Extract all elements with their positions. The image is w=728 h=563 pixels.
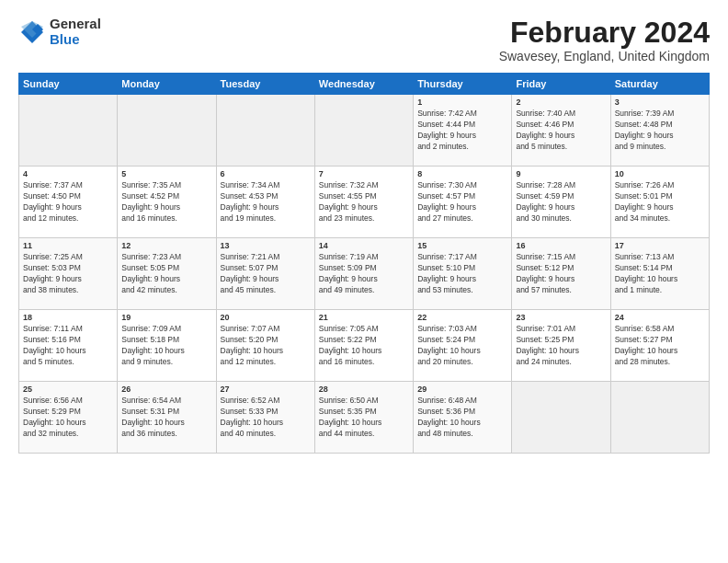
day-info: Sunrise: 7:26 AM Sunset: 5:01 PM Dayligh… [615,180,705,224]
day-info: Sunrise: 7:23 AM Sunset: 5:05 PM Dayligh… [121,252,211,296]
day-cell [216,95,314,167]
day-info: Sunrise: 7:17 AM Sunset: 5:10 PM Dayligh… [417,252,507,296]
day-cell: 26Sunrise: 6:54 AM Sunset: 5:31 PM Dayli… [118,382,216,454]
day-number: 19 [121,313,211,322]
day-number: 22 [417,313,507,322]
day-info: Sunrise: 6:48 AM Sunset: 5:36 PM Dayligh… [417,396,507,440]
title-block: February 2024 Swavesey, England, United … [499,17,710,63]
day-cell: 20Sunrise: 7:07 AM Sunset: 5:20 PM Dayli… [216,310,314,382]
day-number: 13 [221,241,311,250]
day-cell: 7Sunrise: 7:32 AM Sunset: 4:55 PM Daylig… [314,167,413,238]
day-cell: 9Sunrise: 7:28 AM Sunset: 4:59 PM Daylig… [512,167,610,238]
day-number: 1 [417,98,507,107]
day-info: Sunrise: 6:54 AM Sunset: 5:31 PM Dayligh… [121,396,211,440]
day-info: Sunrise: 7:40 AM Sunset: 4:46 PM Dayligh… [516,109,606,153]
day-cell: 4Sunrise: 7:37 AM Sunset: 4:50 PM Daylig… [19,167,118,238]
header-day-monday: Monday [118,74,216,95]
week-row-5: 25Sunrise: 6:56 AM Sunset: 5:29 PM Dayli… [19,382,710,454]
day-info: Sunrise: 7:11 AM Sunset: 5:16 PM Dayligh… [23,324,113,368]
day-number: 10 [615,169,705,178]
day-cell [118,95,216,167]
day-info: Sunrise: 7:15 AM Sunset: 5:12 PM Dayligh… [516,252,606,296]
day-info: Sunrise: 7:42 AM Sunset: 4:44 PM Dayligh… [417,109,507,153]
day-number: 14 [319,241,409,250]
logo: General Blue [18,17,101,47]
day-cell: 29Sunrise: 6:48 AM Sunset: 5:36 PM Dayli… [414,382,512,454]
day-info: Sunrise: 7:05 AM Sunset: 5:22 PM Dayligh… [319,324,409,368]
day-cell [610,382,709,454]
day-number: 29 [417,385,507,394]
day-cell: 24Sunrise: 6:58 AM Sunset: 5:27 PM Dayli… [610,310,709,382]
day-number: 2 [516,98,606,107]
day-cell: 11Sunrise: 7:25 AM Sunset: 5:03 PM Dayli… [19,238,118,310]
day-number: 18 [23,313,113,322]
day-number: 5 [121,169,211,178]
day-info: Sunrise: 6:50 AM Sunset: 5:35 PM Dayligh… [319,396,409,440]
day-number: 23 [516,313,606,322]
day-number: 26 [121,385,211,394]
day-info: Sunrise: 7:28 AM Sunset: 4:59 PM Dayligh… [516,180,606,224]
day-info: Sunrise: 7:13 AM Sunset: 5:14 PM Dayligh… [615,252,705,296]
header-row: SundayMondayTuesdayWednesdayThursdayFrid… [19,74,710,95]
day-number: 6 [221,169,311,178]
header-day-sunday: Sunday [19,74,118,95]
day-cell [19,95,118,167]
day-number: 24 [615,313,705,322]
day-number: 8 [417,169,507,178]
day-number: 17 [615,241,705,250]
day-cell [314,95,413,167]
day-info: Sunrise: 7:21 AM Sunset: 5:07 PM Dayligh… [221,252,311,296]
day-number: 12 [121,241,211,250]
week-row-1: 1Sunrise: 7:42 AM Sunset: 4:44 PM Daylig… [19,95,710,167]
day-cell: 28Sunrise: 6:50 AM Sunset: 5:35 PM Dayli… [314,382,413,454]
day-number: 25 [23,385,113,394]
day-cell: 6Sunrise: 7:34 AM Sunset: 4:53 PM Daylig… [216,167,314,238]
day-cell: 8Sunrise: 7:30 AM Sunset: 4:57 PM Daylig… [414,167,512,238]
day-info: Sunrise: 7:30 AM Sunset: 4:57 PM Dayligh… [417,180,507,224]
day-info: Sunrise: 7:07 AM Sunset: 5:20 PM Dayligh… [221,324,311,368]
week-row-3: 11Sunrise: 7:25 AM Sunset: 5:03 PM Dayli… [19,238,710,310]
day-cell: 2Sunrise: 7:40 AM Sunset: 4:46 PM Daylig… [512,95,610,167]
day-info: Sunrise: 6:58 AM Sunset: 5:27 PM Dayligh… [615,324,705,368]
day-cell: 12Sunrise: 7:23 AM Sunset: 5:05 PM Dayli… [118,238,216,310]
day-info: Sunrise: 7:34 AM Sunset: 4:53 PM Dayligh… [221,180,311,224]
day-number: 28 [319,385,409,394]
day-cell: 16Sunrise: 7:15 AM Sunset: 5:12 PM Dayli… [512,238,610,310]
day-cell: 23Sunrise: 7:01 AM Sunset: 5:25 PM Dayli… [512,310,610,382]
day-number: 7 [319,169,409,178]
logo-icon [18,18,46,46]
header-day-thursday: Thursday [414,74,512,95]
day-cell: 25Sunrise: 6:56 AM Sunset: 5:29 PM Dayli… [19,382,118,454]
logo-text: General Blue [50,17,101,47]
day-cell: 10Sunrise: 7:26 AM Sunset: 5:01 PM Dayli… [610,167,709,238]
day-cell [512,382,610,454]
day-cell: 5Sunrise: 7:35 AM Sunset: 4:52 PM Daylig… [118,167,216,238]
day-info: Sunrise: 7:19 AM Sunset: 5:09 PM Dayligh… [319,252,409,296]
day-cell: 14Sunrise: 7:19 AM Sunset: 5:09 PM Dayli… [314,238,413,310]
calendar-subtitle: Swavesey, England, United Kingdom [499,49,710,63]
day-number: 27 [221,385,311,394]
day-cell: 3Sunrise: 7:39 AM Sunset: 4:48 PM Daylig… [610,95,709,167]
day-number: 15 [417,241,507,250]
day-cell: 15Sunrise: 7:17 AM Sunset: 5:10 PM Dayli… [414,238,512,310]
day-info: Sunrise: 7:25 AM Sunset: 5:03 PM Dayligh… [23,252,113,296]
day-cell: 13Sunrise: 7:21 AM Sunset: 5:07 PM Dayli… [216,238,314,310]
header: General Blue February 2024 Swavesey, Eng… [18,17,710,63]
day-info: Sunrise: 7:32 AM Sunset: 4:55 PM Dayligh… [319,180,409,224]
day-number: 4 [23,169,113,178]
day-cell: 1Sunrise: 7:42 AM Sunset: 4:44 PM Daylig… [414,95,512,167]
day-cell: 27Sunrise: 6:52 AM Sunset: 5:33 PM Dayli… [216,382,314,454]
day-number: 16 [516,241,606,250]
day-number: 11 [23,241,113,250]
day-info: Sunrise: 6:56 AM Sunset: 5:29 PM Dayligh… [23,396,113,440]
header-day-wednesday: Wednesday [314,74,413,95]
logo-blue-text: Blue [50,32,101,48]
day-cell: 22Sunrise: 7:03 AM Sunset: 5:24 PM Dayli… [414,310,512,382]
day-cell: 18Sunrise: 7:11 AM Sunset: 5:16 PM Dayli… [19,310,118,382]
day-number: 21 [319,313,409,322]
day-info: Sunrise: 7:09 AM Sunset: 5:18 PM Dayligh… [121,324,211,368]
day-info: Sunrise: 6:52 AM Sunset: 5:33 PM Dayligh… [221,396,311,440]
day-number: 3 [615,98,705,107]
day-cell: 19Sunrise: 7:09 AM Sunset: 5:18 PM Dayli… [118,310,216,382]
day-number: 20 [221,313,311,322]
